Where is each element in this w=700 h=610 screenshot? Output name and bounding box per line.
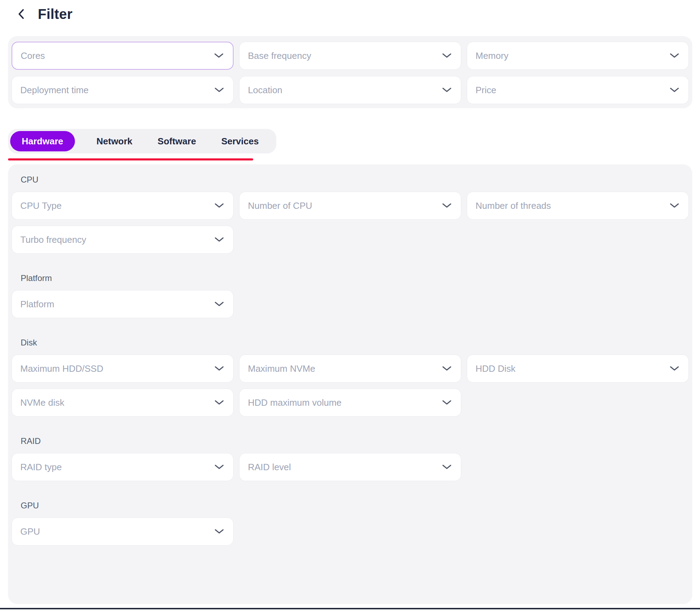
tab-bar: Hardware Network Software Services — [8, 129, 276, 153]
filter-dropdown-maximum-nvme[interactable]: Maximum NVMe — [239, 355, 461, 383]
chevron-down-icon — [214, 529, 224, 534]
filter-dropdown-cpu-type[interactable]: CPU Type — [12, 192, 234, 220]
dropdown-row: CPU Type Number of CPU Number of threads — [12, 192, 689, 220]
chevron-down-icon — [442, 88, 452, 92]
dropdown-placeholder: Number of CPU — [240, 200, 312, 211]
chevron-down-icon — [670, 53, 679, 58]
section-title: CPU — [21, 175, 689, 185]
dropdown-placeholder: GPU — [12, 526, 40, 537]
top-filter-grid: Cores Base frequency Memory Deployment t… — [12, 42, 689, 104]
chevron-down-icon — [214, 366, 224, 371]
section-title: Disk — [21, 338, 689, 348]
back-button[interactable] — [15, 8, 27, 20]
active-tab-underline — [8, 158, 253, 160]
chevron-down-icon — [214, 465, 224, 470]
chevron-down-icon — [442, 465, 452, 470]
filter-dropdown-number-of-threads[interactable]: Number of threads — [467, 192, 689, 220]
dropdown-placeholder: Maximum HDD/SSD — [12, 363, 103, 374]
tab-services[interactable]: Services — [218, 136, 262, 147]
chevron-down-icon — [214, 302, 224, 307]
chevron-down-icon — [214, 237, 224, 242]
header: Filter — [0, 4, 72, 25]
dropdown-placeholder: Platform — [12, 299, 54, 310]
filter-section-platform: Platform Platform — [12, 273, 689, 318]
dropdown-placeholder: Turbo frequency — [12, 234, 86, 245]
tab-hardware[interactable]: Hardware — [10, 131, 75, 151]
chevron-down-icon — [214, 400, 224, 405]
filter-dropdown-price[interactable]: Price — [467, 76, 689, 104]
filter-dropdown-deployment-time[interactable]: Deployment time — [12, 76, 234, 104]
dropdown-row: Platform — [12, 290, 689, 318]
chevron-down-icon — [442, 53, 452, 58]
filter-dropdown-raid-type[interactable]: RAID type — [12, 453, 234, 481]
filter-dropdown-memory[interactable]: Memory — [467, 42, 689, 70]
filter-dropdown-platform[interactable]: Platform — [12, 290, 234, 318]
dropdown-placeholder: HDD maximum volume — [240, 397, 341, 408]
dropdown-placeholder: Base frequency — [240, 50, 311, 61]
dropdown-placeholder: HDD Disk — [467, 363, 515, 374]
dropdown-row: RAID type RAID level — [12, 453, 689, 481]
chevron-down-icon — [214, 88, 224, 92]
hardware-filter-panel: CPU CPU Type Number of CPU Number of thr… — [8, 164, 692, 604]
chevron-down-icon — [214, 203, 224, 208]
dropdown-placeholder: Price — [467, 85, 496, 96]
section-title: GPU — [21, 501, 689, 510]
dropdown-placeholder: NVMe disk — [12, 397, 64, 408]
chevron-down-icon — [670, 366, 679, 371]
dropdown-row: Maximum HDD/SSD Maximum NVMe HDD Disk — [12, 355, 689, 383]
filter-section-disk: Disk Maximum HDD/SSD Maximum NVMe HDD Di… — [12, 338, 689, 417]
dropdown-placeholder: Deployment time — [12, 85, 89, 96]
filter-dropdown-hdd-disk[interactable]: HDD Disk — [467, 355, 689, 383]
page-title: Filter — [38, 6, 72, 22]
filter-dropdown-location[interactable]: Location — [239, 76, 461, 104]
tab-software[interactable]: Software — [154, 136, 200, 147]
dropdown-row: GPU — [12, 518, 689, 546]
filter-section-gpu: GPU GPU — [12, 501, 689, 546]
filter-dropdown-maximum-hdd-ssd[interactable]: Maximum HDD/SSD — [12, 355, 234, 383]
chevron-down-icon — [442, 203, 452, 208]
tab-network[interactable]: Network — [93, 136, 136, 147]
filter-section-cpu: CPU CPU Type Number of CPU Number of thr… — [12, 175, 689, 254]
dropdown-placeholder: Memory — [467, 50, 508, 61]
chevron-down-icon — [442, 366, 452, 371]
chevron-down-icon — [214, 53, 224, 58]
chevron-down-icon — [442, 400, 452, 405]
chevron-down-icon — [670, 88, 679, 92]
filter-dropdown-turbo-frequency[interactable]: Turbo frequency — [12, 226, 234, 254]
filter-dropdown-raid-level[interactable]: RAID level — [239, 453, 461, 481]
section-title: Platform — [21, 273, 689, 283]
filter-dropdown-base-frequency[interactable]: Base frequency — [239, 42, 461, 70]
dropdown-placeholder: Cores — [12, 50, 45, 61]
filter-dropdown-number-of-cpu[interactable]: Number of CPU — [239, 192, 461, 220]
chevron-left-icon — [18, 8, 25, 20]
dropdown-row: Turbo frequency — [12, 226, 689, 254]
dropdown-placeholder: Number of threads — [467, 200, 551, 211]
filter-dropdown-hdd-maximum-volume[interactable]: HDD maximum volume — [239, 389, 461, 417]
dropdown-placeholder: RAID level — [240, 462, 291, 473]
filter-dropdown-nvme-disk[interactable]: NVMe disk — [12, 389, 234, 417]
dropdown-row: NVMe disk HDD maximum volume — [12, 389, 689, 417]
dropdown-placeholder: Location — [240, 85, 282, 96]
filter-dropdown-gpu[interactable]: GPU — [12, 518, 234, 546]
filter-dropdown-cores[interactable]: Cores — [12, 42, 234, 70]
dropdown-placeholder: CPU Type — [12, 200, 62, 211]
dropdown-placeholder: Maximum NVMe — [240, 363, 315, 374]
chevron-down-icon — [670, 203, 679, 208]
filter-section-raid: RAID RAID type RAID level — [12, 436, 689, 481]
dropdown-placeholder: RAID type — [12, 462, 62, 473]
section-title: RAID — [21, 436, 689, 446]
window-bottom-border — [0, 608, 700, 609]
top-filter-panel: Cores Base frequency Memory Deployment t… — [8, 36, 692, 108]
